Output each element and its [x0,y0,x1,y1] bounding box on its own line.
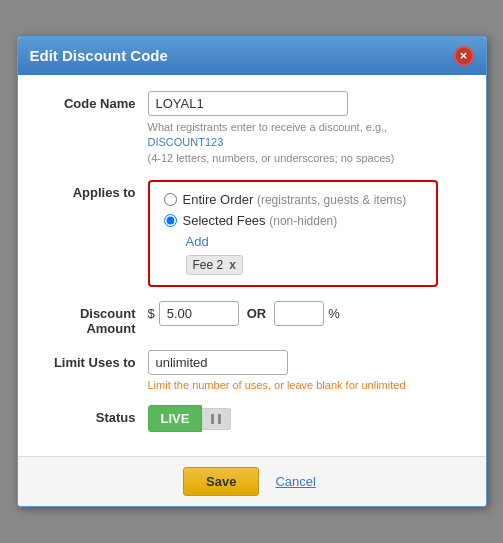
percent-wrap: % [274,301,340,326]
code-name-row: Code Name What registrants enter to rece… [38,91,466,166]
status-row: Status LIVE [38,405,466,432]
limit-uses-input[interactable] [148,350,288,375]
dollar-wrap: $ [148,301,239,326]
limit-uses-label: Limit Uses to [38,350,148,370]
close-button[interactable]: × [454,46,474,66]
applies-to-box: Entire Order (registrants, guests & item… [148,180,438,287]
pause-bar-right [218,414,221,424]
dialog-footer: Save Cancel [18,456,486,506]
dialog-body: Code Name What registrants enter to rece… [18,75,486,456]
entire-order-radio-row: Entire Order (registrants, guests & item… [164,192,422,207]
fee-tag: Fee 2 x [186,255,243,275]
pause-bar-left [211,414,214,424]
applies-to-control: Entire Order (registrants, guests & item… [148,180,466,287]
cancel-button[interactable]: Cancel [271,467,319,496]
discount-amount-label: Discount Amount [38,301,148,336]
applies-to-label: Applies to [38,180,148,200]
percent-sign: % [328,306,340,321]
code-name-label: Code Name [38,91,148,111]
applies-to-row: Applies to Entire Order (registrants, gu… [38,180,466,287]
dollar-sign: $ [148,306,155,321]
limit-uses-row: Limit Uses to Limit the number of uses, … [38,350,466,391]
status-live-button[interactable]: LIVE [148,405,203,432]
fee-remove-button[interactable]: x [229,258,236,272]
discount-amount-control: $ OR % [148,301,466,326]
entire-order-radio[interactable] [164,193,177,206]
code-name-hint: What registrants enter to receive a disc… [148,120,466,166]
edit-discount-dialog: Edit Discount Code × Code Name What regi… [17,36,487,507]
selected-fees-radio-row: Selected Fees (non-hidden) [164,213,422,228]
dialog-header: Edit Discount Code × [18,37,486,75]
status-control: LIVE [148,405,466,432]
limit-hint: Limit the number of uses, or leave blank… [148,379,466,391]
status-toggle: LIVE [148,405,466,432]
save-button[interactable]: Save [183,467,259,496]
discount-dollar-input[interactable] [159,301,239,326]
discount-percent-input[interactable] [274,301,324,326]
add-fee-link[interactable]: Add [186,234,422,249]
discount-amount-row: Discount Amount $ OR % [38,301,466,336]
limit-uses-control: Limit the number of uses, or leave blank… [148,350,466,391]
entire-order-label[interactable]: Entire Order (registrants, guests & item… [183,192,407,207]
status-label: Status [38,405,148,425]
code-name-control: What registrants enter to receive a disc… [148,91,466,166]
status-pause-button[interactable] [202,408,231,430]
or-text: OR [247,306,267,321]
dialog-title: Edit Discount Code [30,47,168,64]
discount-inputs: $ OR % [148,301,466,326]
code-name-input[interactable] [148,91,348,116]
selected-fees-label[interactable]: Selected Fees (non-hidden) [183,213,338,228]
selected-fees-radio[interactable] [164,214,177,227]
